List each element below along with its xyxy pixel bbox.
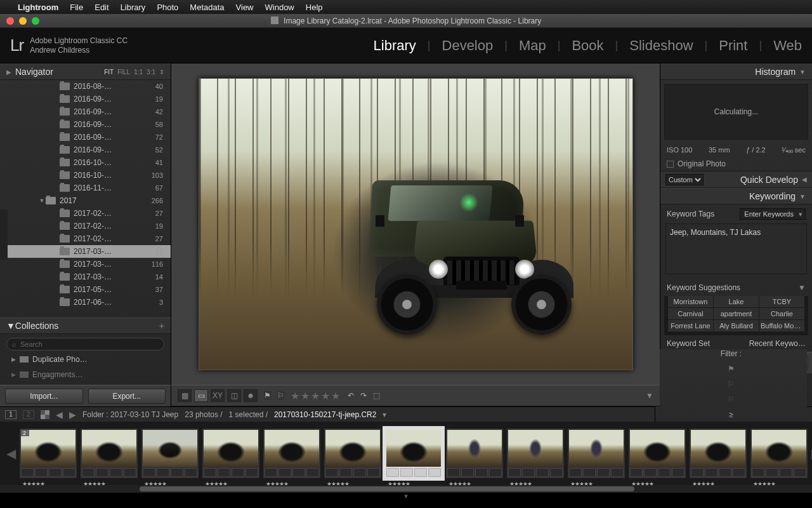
zoom-window[interactable]: [32, 17, 39, 25]
filmstrip-thumbnail[interactable]: [750, 429, 808, 478]
folder-row[interactable]: 2016-09-…42: [0, 105, 171, 118]
menu-view[interactable]: View: [236, 3, 254, 12]
menu-photo[interactable]: Photo: [157, 3, 178, 12]
filmstrip-thumbnail[interactable]: [507, 429, 564, 478]
flag-filter-reject[interactable]: ⚐: [728, 395, 735, 404]
collection-item[interactable]: ▶ Engagments…: [6, 368, 164, 381]
keyword-suggestion[interactable]: Carnival: [668, 308, 713, 319]
module-map[interactable]: Map: [519, 37, 546, 54]
left-panel-collapse[interactable]: [0, 210, 8, 260]
filmstrip-left-arrow[interactable]: ◀: [6, 446, 16, 461]
disclosure-triangle-icon[interactable]: ▼: [6, 321, 15, 331]
folder-row[interactable]: 2016-09-…52: [0, 144, 171, 156]
chevron-right-icon[interactable]: ▶: [11, 371, 16, 378]
folder-row[interactable]: 2016-08-…40: [0, 80, 171, 93]
filmstrip-thumbnail[interactable]: [629, 429, 686, 478]
folder-row[interactable]: 2016-09-…19: [0, 93, 171, 105]
main-monitor-button[interactable]: 1: [5, 410, 16, 419]
zoom-3to1[interactable]: 3:1: [147, 69, 155, 76]
grid-view-button[interactable]: ▦: [178, 389, 192, 402]
disclosure-triangle-icon[interactable]: ▼: [798, 283, 806, 292]
original-photo-toggle[interactable]: Original Photo: [660, 157, 812, 171]
folder-row[interactable]: 2017-05-…37: [0, 283, 171, 296]
filmstrip-thumbnail[interactable]: [568, 429, 625, 478]
filmstrip-thumbnail[interactable]: [202, 429, 259, 478]
nav-back-button[interactable]: ◀: [56, 410, 63, 420]
survey-view-button[interactable]: ◫: [227, 389, 241, 402]
keyword-suggestion[interactable]: Morristown: [668, 296, 713, 307]
filmstrip-thumbnail[interactable]: 2: [20, 429, 77, 478]
collections-header[interactable]: ▼ Collections +: [0, 318, 171, 334]
compare-view-button[interactable]: XY: [211, 389, 225, 402]
keyword-suggestion[interactable]: Buffalo Mou…: [759, 320, 804, 331]
crop-overlay-button[interactable]: ⬚: [373, 391, 380, 400]
menu-edit[interactable]: Edit: [95, 3, 108, 12]
export-button[interactable]: Export...: [88, 389, 166, 404]
filmstrip[interactable]: ◀ 2▶: [0, 422, 812, 485]
folder-row[interactable]: 2017-02-…27: [0, 207, 171, 220]
rotate-cw-button[interactable]: ↷: [360, 391, 367, 400]
folder-row[interactable]: 2016-10-…41: [0, 156, 171, 169]
people-view-button[interactable]: ☻: [244, 389, 258, 402]
filmstrip-thumbnail[interactable]: [81, 429, 138, 478]
keyword-suggestion[interactable]: TCBY: [759, 296, 804, 307]
second-monitor-button[interactable]: 2: [23, 410, 34, 419]
app-name[interactable]: Lightroom: [18, 3, 58, 12]
navigator-header[interactable]: ▶ Navigator FIT FILL 1:1 3:1 ⇕: [0, 64, 171, 80]
menu-file[interactable]: File: [70, 3, 83, 12]
keyword-suggestion[interactable]: apartment: [714, 308, 759, 319]
rating-stars[interactable]: ★★★★★: [291, 390, 341, 402]
folder-row[interactable]: 2017-03-…14: [0, 271, 171, 283]
folder-row[interactable]: 2017-06-…3: [0, 296, 171, 309]
chevron-icon[interactable]: ▼: [38, 197, 46, 204]
module-slideshow[interactable]: Slideshow: [629, 37, 693, 54]
folder-row[interactable]: 2017-02-…27: [0, 232, 171, 245]
filmstrip-thumbnail[interactable]: [324, 429, 381, 478]
flag-pick-button[interactable]: ⚑: [264, 391, 271, 400]
flag-filter-unflagged[interactable]: ⚐: [728, 380, 735, 389]
disclosure-triangle-icon[interactable]: ◀: [802, 176, 807, 183]
zoom-1to1[interactable]: 1:1: [134, 69, 143, 76]
filmstrip-thumbnail[interactable]: [263, 429, 320, 478]
zoom-fill[interactable]: FILL: [117, 69, 130, 76]
bottom-panel-collapse[interactable]: ▼: [0, 493, 812, 498]
loupe-view-button[interactable]: ▭: [194, 389, 208, 402]
folder-row[interactable]: 2016-11-…67: [0, 182, 171, 194]
menu-help[interactable]: Help: [306, 3, 323, 12]
toolbar-menu[interactable]: ▼: [646, 391, 653, 400]
import-button[interactable]: Import...: [5, 389, 83, 404]
loupe-view[interactable]: [171, 64, 660, 385]
keyword-suggestion[interactable]: Forrest Lane: [668, 320, 713, 331]
folder-row[interactable]: 2016-09-…72: [0, 131, 171, 144]
keyword-suggestion[interactable]: Charlie: [759, 308, 804, 319]
flag-reject-button[interactable]: ⚐: [277, 391, 284, 400]
filmstrip-thumbnail[interactable]: [385, 429, 442, 478]
rotate-ccw-button[interactable]: ↶: [348, 391, 354, 400]
folder-row[interactable]: 2017-03-…116: [0, 258, 171, 271]
rating-ge-symbol[interactable]: ≥: [729, 410, 733, 419]
folder-row[interactable]: 2017-02-…19: [0, 220, 171, 232]
filmstrip-scrollbar[interactable]: [0, 485, 812, 493]
folder-row[interactable]: ▼2017266: [0, 194, 171, 207]
menu-library[interactable]: Library: [121, 3, 146, 12]
grid-icon[interactable]: [41, 410, 49, 419]
module-print[interactable]: Print: [719, 37, 747, 54]
menu-metadata[interactable]: Metadata: [190, 3, 224, 12]
keyword-set-dropdown[interactable]: Recent Keywo…: [749, 339, 806, 348]
checkbox-icon[interactable]: [667, 161, 674, 168]
preset-dropdown[interactable]: Custom: [665, 174, 704, 185]
disclosure-triangle-icon[interactable]: ▼: [799, 193, 806, 200]
module-library[interactable]: Library: [374, 37, 416, 54]
module-web[interactable]: Web: [773, 37, 802, 54]
zoom-fit[interactable]: FIT: [104, 69, 114, 76]
keyword-suggestion[interactable]: Aly Bullard: [714, 320, 759, 331]
keywording-header[interactable]: Keywording ▼: [660, 188, 812, 204]
menu-window[interactable]: Window: [265, 3, 294, 12]
quick-develop-header[interactable]: Custom Quick Develop ◀: [660, 171, 812, 188]
module-develop[interactable]: Develop: [442, 37, 494, 54]
filmstrip-thumbnail[interactable]: [690, 429, 747, 478]
collection-item[interactable]: ▶ Duplicate Pho…: [6, 353, 164, 366]
keyword-suggestion[interactable]: Lake: [714, 296, 759, 307]
zoom-stepper[interactable]: ⇕: [159, 69, 164, 76]
source-path[interactable]: 2017-03-10 TJ Jeep: [110, 410, 178, 419]
